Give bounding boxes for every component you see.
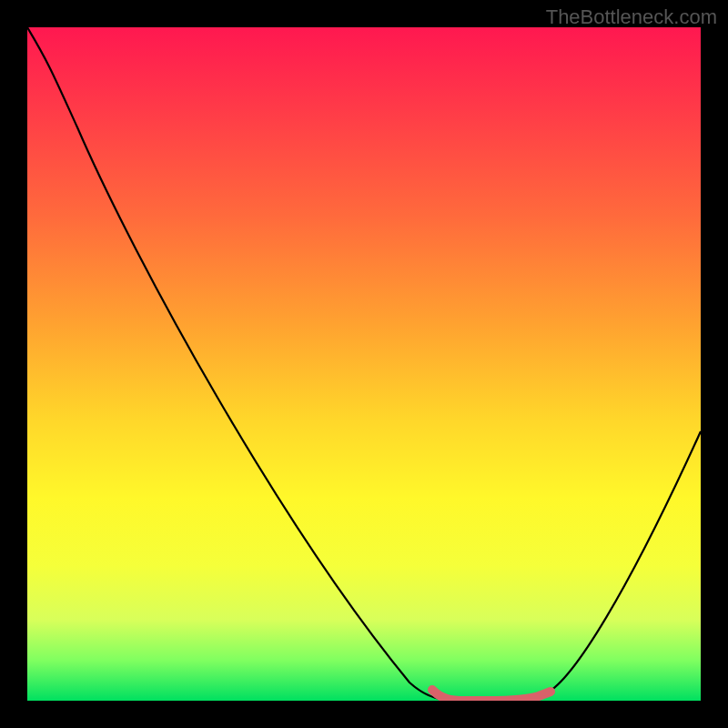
bottleneck-curve-line (27, 27, 701, 701)
bottleneck-chart (27, 27, 701, 701)
watermark-text: TheBottleneck.com (546, 5, 717, 29)
optimal-range-highlight (432, 690, 551, 701)
